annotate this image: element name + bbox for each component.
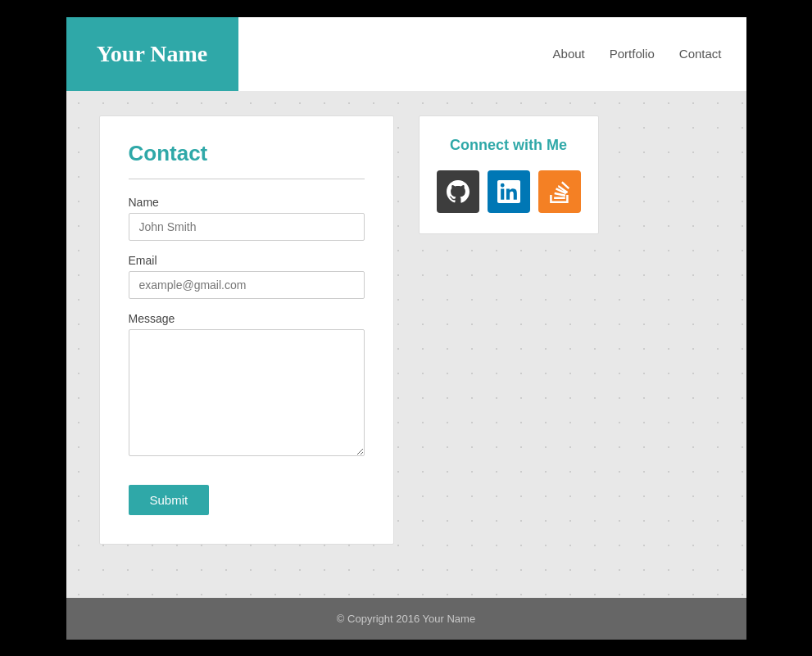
main-content: Contact Name Email Message Submit Connec…: [66, 91, 746, 598]
nav: About Portfolio Contact: [238, 17, 746, 91]
email-label: Email: [129, 254, 365, 267]
connect-title: Connect with Me: [436, 137, 582, 154]
copyright-text: © Copyright 2016 Your Name: [337, 613, 475, 625]
submit-button[interactable]: Submit: [129, 485, 210, 515]
linkedin-icon[interactable]: [488, 170, 530, 213]
message-textarea[interactable]: [129, 329, 365, 456]
email-group: Email: [129, 254, 365, 299]
nav-contact[interactable]: Contact: [679, 47, 722, 61]
name-group: Name: [129, 196, 365, 241]
footer: © Copyright 2016 Your Name: [66, 598, 746, 640]
stackoverflow-icon[interactable]: [538, 170, 581, 213]
browser-frame: Your Name About Portfolio Contact Contac…: [66, 17, 746, 640]
email-input[interactable]: [129, 271, 365, 299]
social-icons: [436, 170, 582, 213]
nav-portfolio[interactable]: Portfolio: [610, 47, 655, 61]
header: Your Name About Portfolio Contact: [66, 17, 746, 91]
name-label: Name: [129, 196, 365, 209]
github-icon[interactable]: [437, 170, 479, 213]
name-input[interactable]: [129, 213, 365, 241]
contact-form-title: Contact: [129, 141, 365, 166]
message-group: Message: [129, 312, 365, 459]
logo[interactable]: Your Name: [66, 17, 238, 91]
nav-about[interactable]: About: [553, 47, 585, 61]
logo-text: Your Name: [97, 41, 208, 67]
contact-card: Contact Name Email Message Submit: [99, 115, 394, 545]
message-label: Message: [129, 312, 365, 325]
connect-card: Connect with Me: [419, 115, 599, 234]
contact-divider: [129, 179, 365, 179]
